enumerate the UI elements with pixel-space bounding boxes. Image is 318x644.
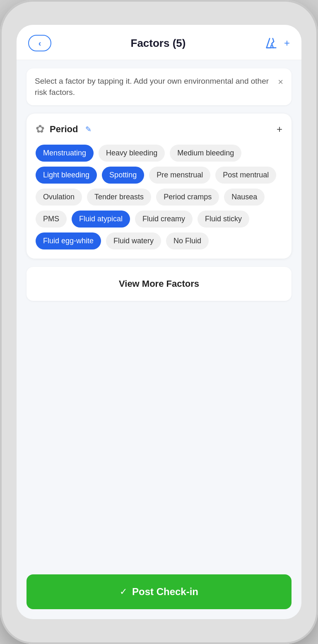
tag-item[interactable]: Pre menstrual xyxy=(149,167,210,184)
post-checkin-label: Post Check-in xyxy=(132,586,198,598)
tag-item[interactable]: Spotting xyxy=(102,167,144,184)
header: ‹ Factors (5) + xyxy=(17,25,301,60)
tag-item[interactable]: Post mentrual xyxy=(215,167,276,184)
spacer xyxy=(17,301,301,574)
card-add-button[interactable]: + xyxy=(277,123,282,135)
tags-container: MenstruatingHeavy bleedingMedium bleedin… xyxy=(36,145,282,249)
broom-button[interactable] xyxy=(265,37,277,49)
back-chevron-icon: ‹ xyxy=(39,39,41,47)
broom-icon xyxy=(265,37,277,49)
tag-item[interactable]: Light bleeding xyxy=(36,167,97,184)
tag-item[interactable]: Fluid atypical xyxy=(72,211,130,228)
view-more-label: View More Factors xyxy=(119,278,199,289)
tag-item[interactable]: Fluid sticky xyxy=(198,211,249,228)
tag-item[interactable]: Period cramps xyxy=(156,189,219,206)
checkmark-icon: ✓ xyxy=(120,586,127,597)
tag-item[interactable]: Fluid egg-white xyxy=(36,232,101,249)
edit-icon[interactable]: ✎ xyxy=(85,125,92,134)
close-banner-button[interactable]: × xyxy=(278,77,283,87)
back-button[interactable]: ‹ xyxy=(28,35,51,51)
tag-item[interactable]: Menstruating xyxy=(36,145,94,162)
phone-screen: ‹ Factors (5) + Select a factor by tappi… xyxy=(17,25,301,619)
tag-item[interactable]: Medium bleeding xyxy=(170,145,241,162)
add-button[interactable]: + xyxy=(284,37,290,49)
tag-item[interactable]: Nausea xyxy=(224,189,265,206)
tag-item[interactable]: Tender breasts xyxy=(87,189,151,206)
info-banner: Select a factor by tapping it. Add your … xyxy=(26,68,292,105)
period-icon: ✿ xyxy=(36,123,45,136)
tag-item[interactable]: PMS xyxy=(36,211,67,228)
period-card: ✿ Period ✎ + MenstruatingHeavy bleedingM… xyxy=(26,114,292,259)
info-text: Select a factor by tapping it. Add your … xyxy=(35,76,273,98)
card-title: Period xyxy=(50,124,78,135)
tag-item[interactable]: Heavy bleeding xyxy=(99,145,165,162)
tag-item[interactable]: No Fluid xyxy=(166,232,209,249)
card-header: ✿ Period ✎ + xyxy=(36,123,282,136)
post-checkin-button[interactable]: ✓ Post Check-in xyxy=(26,574,292,609)
card-title-group: ✿ Period ✎ xyxy=(36,123,92,136)
tag-item[interactable]: Fluid watery xyxy=(106,232,161,249)
view-more-button[interactable]: View More Factors xyxy=(26,267,292,301)
header-icons: + xyxy=(265,37,290,49)
tag-item[interactable]: Fluid creamy xyxy=(135,211,193,228)
page-title: Factors (5) xyxy=(51,37,265,50)
tag-item[interactable]: Ovulation xyxy=(36,189,82,206)
phone-shell: ‹ Factors (5) + Select a factor by tappi… xyxy=(0,0,318,644)
